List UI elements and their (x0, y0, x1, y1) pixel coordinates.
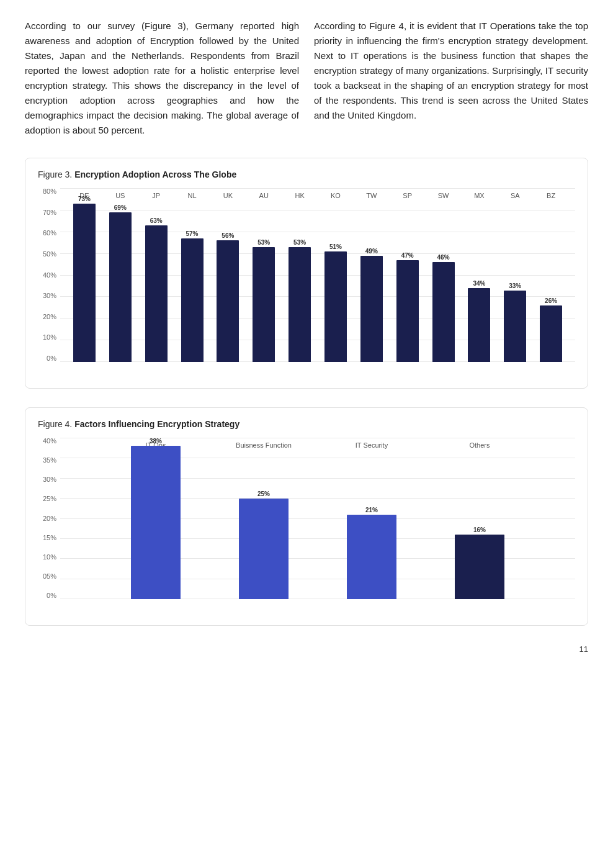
y-axis-label: 35% (38, 457, 56, 464)
page-number: 11 (25, 644, 588, 654)
bar-value-label: 26% (545, 297, 557, 304)
bar-group: 53% (282, 239, 318, 363)
bar-group: 49% (354, 248, 390, 363)
figure4-y-axis: 0%05%10%15%20%25%30%35%40% (38, 438, 60, 617)
figure4-chart-inner: 0%05%10%15%20%25%30%35%40% 38%25%21%16% … (38, 438, 575, 617)
figure4-chart: 0%05%10%15%20%25%30%35%40% 38%25%21%16% … (38, 438, 575, 617)
y-axis-label: 10% (38, 554, 56, 561)
y-axis-label: 30% (38, 476, 56, 483)
bar-group: 53% (246, 239, 282, 363)
bar-value-label: 53% (293, 239, 306, 246)
y-axis-label: 20% (38, 515, 56, 522)
bar (360, 256, 383, 363)
bar-group: 69% (102, 204, 138, 363)
bar-value-label: 73% (78, 196, 91, 202)
bar (73, 204, 96, 363)
y-axis-label: 10% (38, 334, 56, 341)
y-axis-label: 60% (38, 230, 56, 237)
bar-value-label: 57% (186, 230, 199, 237)
figure4-title-bold: Factors Influencing Encryption Strategy (74, 419, 239, 429)
figure4-title-plain: Figure 4. (38, 419, 72, 429)
text-right: According to Figure 4, it is evident tha… (314, 19, 588, 138)
bar-value-label: 51% (329, 243, 342, 250)
bar-value-label: 49% (365, 248, 378, 255)
bar (468, 288, 490, 362)
y-axis-label: 80% (38, 188, 56, 195)
y-axis-label: 25% (38, 495, 56, 502)
bar-group: 33% (497, 283, 533, 363)
bar-value-label: 38% (150, 438, 162, 445)
bar-group: 25% (233, 491, 295, 600)
text-left: According to our survey (Figure 3), Germ… (25, 19, 299, 138)
y-axis-label: 15% (38, 535, 56, 541)
bar-value-label: 21% (365, 507, 378, 513)
text-columns: According to our survey (Figure 3), Germ… (25, 19, 588, 138)
y-axis-label: 40% (38, 272, 56, 279)
bar-group: 47% (390, 252, 426, 363)
bar (253, 247, 275, 363)
figure3-y-axis: 0%10%20%30%40%50%60%70%80% (38, 188, 60, 379)
bar (145, 225, 168, 363)
bar-value-label: 16% (473, 527, 486, 533)
bar (289, 247, 311, 363)
figure3-title: Figure 3. Encryption Adoption Across The… (38, 170, 575, 179)
bar (109, 212, 132, 363)
bar (396, 260, 419, 363)
bar (131, 446, 181, 599)
bar (540, 305, 562, 362)
bar (432, 262, 455, 362)
bar-group: 38% (125, 438, 187, 599)
figure3-title-bold: Encryption Adoption Across The Globe (74, 170, 236, 179)
y-axis-label: 70% (38, 209, 56, 216)
bar-group: 26% (533, 297, 569, 362)
figure3-bars-grid: 73%69%63%57%56%53%53%51%49%47%46%34%33%2… (60, 188, 575, 379)
bar-group: 34% (461, 280, 497, 362)
bar-value-label: 46% (437, 254, 450, 261)
bar-group: 21% (341, 507, 403, 600)
figure3-bars-row: 73%69%63%57%56%53%53%51%49%47%46%34%33%2… (60, 188, 575, 362)
bar-value-label: 56% (221, 232, 234, 239)
bar-group: 63% (138, 217, 174, 363)
bar-group: 16% (449, 527, 511, 599)
bar (181, 238, 204, 363)
bar-value-label: 34% (473, 280, 485, 287)
y-axis-label: 0% (38, 592, 56, 599)
figure4-title: Figure 4. Factors Influencing Encryption… (38, 419, 575, 429)
bar-value-label: 25% (257, 491, 270, 497)
bar (239, 499, 289, 600)
y-axis-label: 05% (38, 573, 56, 580)
bar-value-label: 63% (150, 217, 163, 224)
figure3-title-plain: Figure 3. (38, 170, 72, 179)
y-axis-label: 20% (38, 314, 56, 320)
bar-group: 51% (318, 243, 354, 363)
bar-group: 56% (210, 232, 246, 362)
y-axis-label: 50% (38, 251, 56, 258)
bar-value-label: 33% (509, 283, 521, 289)
figure4-bars-grid: 38%25%21%16% IT OpsBuisness FunctionIT S… (60, 438, 575, 617)
bar (217, 240, 239, 362)
bar (324, 251, 347, 363)
y-axis-label: 40% (38, 438, 56, 445)
figure3-chart: 0%10%20%30%40%50%60%70%80% 73%69%63%57%5… (38, 188, 575, 379)
figure4-bars-row: 38%25%21%16% (60, 438, 575, 599)
bar (504, 291, 526, 363)
bar-value-label: 69% (114, 204, 127, 211)
figure4-container: Figure 4. Factors Influencing Encryption… (25, 407, 588, 626)
bar (455, 535, 504, 599)
y-axis-label: 0% (38, 355, 56, 362)
bar (347, 515, 396, 600)
figure3-chart-inner: 0%10%20%30%40%50%60%70%80% 73%69%63%57%5… (38, 188, 575, 379)
bar-group: 46% (426, 254, 462, 362)
figure3-container: Figure 3. Encryption Adoption Across The… (25, 158, 588, 389)
bar-value-label: 47% (401, 252, 414, 259)
bar-value-label: 53% (257, 239, 270, 246)
bar-group: 73% (66, 196, 102, 363)
bar-group: 57% (174, 230, 210, 363)
y-axis-label: 30% (38, 292, 56, 299)
